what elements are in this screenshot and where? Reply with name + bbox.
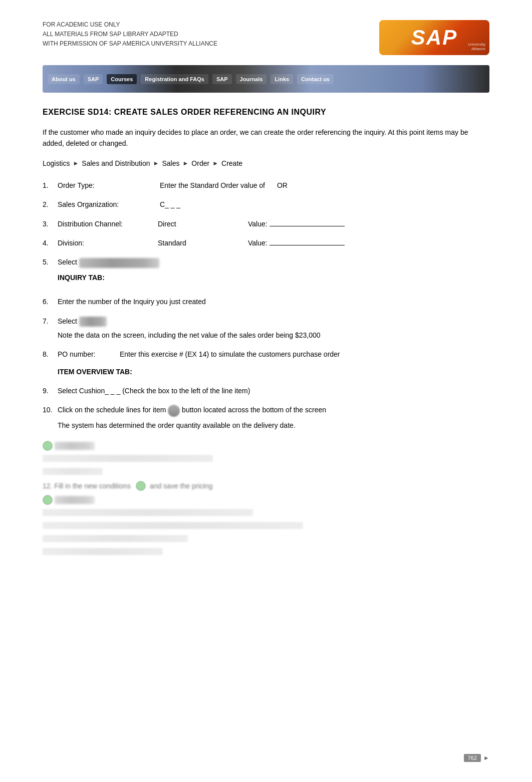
step-9-number: 9.: [43, 385, 58, 396]
nav-item-3: Courses: [107, 74, 137, 84]
blurred-nav-1: [55, 442, 95, 450]
green-circle-1: [43, 441, 53, 451]
blurred-line-6: [43, 548, 163, 555]
step-1-content: Order Type: Enter the Standard Order val…: [58, 180, 489, 191]
nav-item-1: About us: [48, 74, 80, 84]
step-5-number: 5.: [43, 256, 58, 268]
breadcrumb-sales-distribution: Sales and Distribution: [82, 159, 150, 167]
step-10-schedule-button[interactable]: [168, 405, 180, 417]
step-9-content: Select Cushion_ _ _ (Check the box to th…: [58, 385, 489, 396]
step-10-text1: Click on the schedule lines for item: [58, 406, 168, 414]
step-10-text2: button located across the bottom of the …: [182, 406, 326, 414]
arrow-4: ►: [212, 160, 218, 167]
step-7-blurred-button[interactable]: [79, 317, 107, 327]
breadcrumb-order: Order: [191, 159, 209, 167]
nav-item-5: SAP: [212, 74, 232, 84]
step-6-content: Enter the number of the Inquiry you just…: [58, 296, 489, 307]
step-5-select: Select: [58, 258, 79, 266]
step-7-number: 7.: [43, 316, 58, 327]
step-4-value: Standard: [158, 237, 248, 248]
step-3-number: 3.: [43, 218, 58, 229]
header-line3: WITH PERMISSION OF SAP AMERICA UNIVERSIT…: [43, 39, 217, 49]
blurred-line-3: [43, 509, 253, 516]
breadcrumb-sales: Sales: [162, 159, 179, 167]
step-8-content: PO number: Enter this exercise # (EX 14)…: [58, 349, 489, 377]
step-1-label: Order Type:: [58, 180, 158, 191]
header-section: FOR ACADEMIC USE ONLY ALL MATERIALS FROM…: [43, 20, 489, 55]
blurred-section: 12. Fill in the new conditions and save …: [43, 441, 489, 555]
step-4: 4. Division: Standard Value:: [43, 237, 489, 248]
step-1-or: OR: [277, 181, 288, 189]
nav-item-8: Contact us: [297, 74, 334, 84]
step-3-content: Distribution Channel: Direct Value:: [58, 218, 489, 229]
sap-logo: SAP UniversityAlliance: [379, 20, 489, 55]
step-9: 9. Select Cushion_ _ _ (Check the box to…: [43, 385, 489, 396]
step-4-field[interactable]: [270, 237, 345, 245]
step-10-note: The system has determined the order quan…: [58, 420, 489, 431]
item-overview-header: ITEM OVERVIEW TAB:: [58, 368, 132, 376]
step-7-select: Select: [58, 317, 79, 325]
step-10-content: Click on the schedule lines for item but…: [58, 404, 489, 431]
step-12-prefix: 12. Fill in the new conditions: [43, 482, 131, 490]
step-5-sub: INQUIRY TAB:: [58, 272, 489, 283]
step-10-number: 10.: [43, 404, 58, 415]
steps-list: 1. Order Type: Enter the Standard Order …: [43, 180, 489, 431]
step-5: 5. Select INQUIRY TAB:: [43, 256, 489, 288]
blurred-line-5: [43, 535, 188, 542]
header-text: FOR ACADEMIC USE ONLY ALL MATERIALS FROM…: [43, 20, 217, 49]
green-circle-3: [43, 495, 53, 505]
intro-text: If the customer who made an inquiry deci…: [43, 127, 489, 149]
header-line1: FOR ACADEMIC USE ONLY: [43, 20, 217, 30]
nav-banner: About us SAP Courses Registration and FA…: [43, 65, 489, 93]
step-1-value: Enter the Standard Order value of: [160, 181, 265, 189]
nav-item-2: SAP: [84, 74, 103, 84]
page-footer: 762 ►: [464, 754, 489, 762]
page-number: 762: [464, 754, 481, 762]
step-3-field[interactable]: [270, 218, 345, 226]
step-2-content: Sales Organization: C_ _ _: [58, 199, 489, 210]
blurred-line-2: [43, 468, 103, 475]
step-9-text: Select Cushion_ _ _ (Check the box to th…: [58, 387, 250, 395]
arrow-1: ►: [73, 160, 79, 167]
step-6-text: Enter the number of the Inquiry you just…: [58, 298, 206, 306]
step-2-number: 2.: [43, 199, 58, 210]
step-6: 6. Enter the number of the Inquiry you j…: [43, 296, 489, 307]
step-7-note: Note the data on the screen, including t…: [58, 330, 489, 341]
step-12-suffix: and save the pricing: [150, 482, 212, 490]
blurred-line-4: [43, 522, 303, 529]
step-7: 7. Select Note the data on the screen, i…: [43, 316, 489, 341]
blurred-line-1: [43, 455, 213, 462]
nav-item-6: Journals: [236, 74, 267, 84]
header-line2: ALL MATERIALS FROM SAP LIBRARY ADAPTED: [43, 30, 217, 39]
step-2-value: C_ _ _: [160, 200, 180, 208]
nav-item-4: Registration and FAQs: [141, 74, 208, 84]
step-6-number: 6.: [43, 296, 58, 307]
step-10: 10. Click on the schedule lines for item…: [43, 404, 489, 431]
green-circle-2: [136, 481, 146, 491]
step-5-blurred-button[interactable]: [79, 258, 159, 268]
nav-item-7: Links: [271, 74, 293, 84]
step-8-sub: ITEM OVERVIEW TAB:: [58, 366, 489, 377]
arrow-2: ►: [153, 160, 159, 167]
step-4-right: Value:: [248, 237, 348, 248]
inquiry-tab-header: INQUIRY TAB:: [58, 274, 105, 282]
step-1-number: 1.: [43, 180, 58, 191]
exercise-title: EXERCISE SD14: CREATE SALES ORDER REFERE…: [43, 108, 489, 117]
breadcrumb-logistics: Logistics: [43, 159, 70, 167]
step-2-label: Sales Organization:: [58, 199, 158, 210]
step-7-content: Select Note the data on the screen, incl…: [58, 316, 489, 341]
blurred-nav-2: [55, 496, 95, 504]
step-3: 3. Distribution Channel: Direct Value:: [43, 218, 489, 229]
step-3-label: Distribution Channel:: [58, 218, 158, 229]
step-3-right: Value:: [248, 218, 348, 229]
step-5-content: Select INQUIRY TAB:: [58, 256, 489, 288]
step-2: 2. Sales Organization: C_ _ _: [43, 199, 489, 210]
footer-arrow: ►: [483, 754, 489, 761]
step-8: 8. PO number: Enter this exercise # (EX …: [43, 349, 489, 377]
arrow-3: ►: [182, 160, 188, 167]
breadcrumb: Logistics ► Sales and Distribution ► Sal…: [43, 159, 489, 167]
step-8-value: Enter this exercise # (EX 14) to simulat…: [120, 350, 340, 358]
step-3-value: Direct: [158, 218, 248, 229]
step-8-number: 8.: [43, 349, 58, 360]
step-4-number: 4.: [43, 237, 58, 248]
